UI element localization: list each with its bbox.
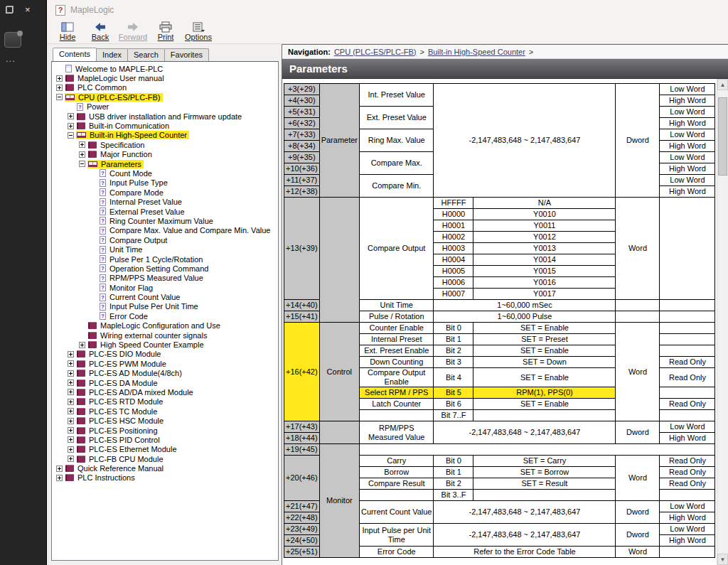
print-button[interactable]: Print [149, 21, 182, 41]
expand-plus-icon[interactable] [68, 123, 74, 129]
expand-plus-icon[interactable] [68, 360, 74, 367]
expand-plus-icon[interactable] [68, 380, 74, 386]
tree-item[interactable]: Power [52, 102, 278, 112]
tree-item[interactable]: PLC-ES DIO Module [52, 350, 278, 359]
tree-item[interactable]: Quick Reference Manual [52, 463, 278, 473]
taskbar-app-icon[interactable] [4, 32, 21, 48]
tree-item[interactable]: USB driver installation and Firmware upd… [52, 112, 278, 121]
tree-item[interactable]: PLC-ES RTD Module [52, 397, 278, 407]
tree-item[interactable]: Monitor Flag [52, 283, 278, 292]
breadcrumb-link-hsc[interactable]: Built-in High-Speed Counter [428, 48, 525, 56]
breadcrumb-link-cpu[interactable]: CPU (PLC-ES/PLC-FB) [334, 48, 417, 56]
expand-plus-icon[interactable] [56, 475, 63, 481]
tab-contents[interactable]: Contents [53, 48, 97, 61]
expand-plus-icon[interactable] [79, 342, 85, 348]
tree-item[interactable]: Current Count Value [52, 292, 278, 301]
tree-item[interactable]: Error Code [52, 311, 278, 321]
tree-item[interactable]: Built-in Communication [52, 121, 278, 130]
expand-plus-icon[interactable] [79, 141, 85, 148]
tree-item[interactable]: Input Pulse Per Unit Time [52, 302, 278, 311]
window-close-icon[interactable]: × [25, 6, 31, 14]
forward-button[interactable]: Forward [117, 21, 149, 41]
value-cell: SET = Down [473, 357, 616, 368]
tree-item[interactable]: MapleLogic User manual [52, 73, 278, 82]
tree-item[interactable]: PLC Instructions [52, 473, 278, 483]
tree-item[interactable]: High Speed Counter Example [52, 340, 278, 349]
hide-button[interactable]: Hide [51, 21, 84, 41]
tree-item[interactable]: PLC-ES AD/DA mixed Module [52, 387, 278, 397]
window-restore-icon[interactable] [6, 6, 14, 14]
tree-item[interactable]: PLC-FB CPU Module [52, 454, 278, 463]
collapse-minus-icon[interactable] [56, 94, 63, 100]
expand-plus-icon[interactable] [68, 370, 74, 377]
tree-item[interactable]: Compare Max. Value and Compare Min. Valu… [52, 226, 278, 235]
tab-search[interactable]: Search [127, 48, 165, 61]
expand-plus-icon[interactable] [79, 151, 85, 158]
help-page-icon [100, 312, 106, 320]
tree-item[interactable]: External Preset Value [52, 207, 278, 216]
tree-item-parameters[interactable]: Parameters [52, 159, 278, 168]
tree-item[interactable]: PLC-ES DA Module [52, 378, 278, 387]
tree-item[interactable]: Unit Time [52, 244, 278, 254]
tree-item[interactable]: Welcome to MAPLE-PLC [52, 64, 278, 73]
tree-item[interactable]: Internal Preset Value [52, 197, 278, 206]
expand-plus-icon[interactable] [68, 456, 74, 462]
scroll-down-icon[interactable]: ▼ [717, 554, 728, 565]
help-page-icon [100, 236, 106, 244]
tree-item[interactable]: Pulse Per 1 Cycle/Rotation [52, 254, 278, 264]
scroll-up-icon[interactable]: ▲ [717, 79, 728, 90]
expand-plus-icon[interactable] [56, 75, 63, 82]
tree-item[interactable]: PLC-ES Ethernet Module [52, 445, 278, 454]
expand-plus-icon[interactable] [68, 427, 74, 434]
expand-plus-icon[interactable] [68, 446, 74, 453]
options-button[interactable]: Options [182, 21, 215, 41]
word-part-cell: High Word [660, 433, 715, 444]
expand-plus-icon[interactable] [68, 418, 74, 424]
tree-item[interactable]: PLC-ES Positioning [52, 426, 278, 435]
collapse-minus-icon[interactable] [79, 161, 85, 167]
expand-plus-icon[interactable] [68, 399, 74, 405]
scrollbar-thumb[interactable] [718, 97, 727, 176]
reserved-cell [360, 444, 715, 456]
tree-item[interactable]: Wiring external counter signals [52, 330, 278, 340]
tree-item-cpu[interactable]: CPU (PLC-ES/PLC-FB) [52, 92, 278, 102]
value-cell: SET = Enable [473, 399, 616, 410]
tree-item[interactable]: Count Mode [52, 168, 278, 178]
tree-item-hsc[interactable]: Built-in High-Speed Counter [52, 131, 278, 140]
expand-plus-icon[interactable] [68, 351, 74, 357]
tree-item[interactable]: Compare Mode [52, 188, 278, 197]
tree-item[interactable]: RPM/PPS Measured Value [52, 274, 278, 283]
name-cell: Compare Result [360, 478, 434, 490]
tree-item[interactable]: Ring Counter Maximum Value [52, 216, 278, 225]
expand-plus-icon[interactable] [68, 113, 74, 119]
tree-item[interactable]: MapleLogic Configuration and Use [52, 321, 278, 330]
tree-item[interactable]: PLC Common [52, 83, 278, 92]
name-cell-highlighted: Select RPM / PPS [360, 387, 434, 399]
more-options-icon[interactable]: ... [6, 53, 46, 64]
open-book-icon [77, 132, 86, 138]
tree-item[interactable]: Specification [52, 140, 278, 149]
word-part-cell [660, 311, 715, 323]
tree-item[interactable]: PLC-ES TC Module [52, 407, 278, 416]
expand-plus-icon[interactable] [56, 466, 63, 472]
tree-item[interactable]: PLC-ES HSC Module [52, 416, 278, 425]
tree-item[interactable]: Input Pulse Type [52, 178, 278, 188]
tree-item[interactable]: Compare Output [52, 235, 278, 244]
group-cell: Monitor [319, 444, 359, 558]
expand-plus-icon[interactable] [68, 389, 74, 395]
tree-item[interactable]: PLC-ES AD Module(4/8ch) [52, 369, 278, 378]
expand-plus-icon[interactable] [68, 408, 74, 414]
back-button[interactable]: Back [84, 21, 117, 41]
tree-item[interactable]: PLC-ES PWM Module [52, 359, 278, 368]
collapse-minus-icon[interactable] [68, 132, 74, 139]
vertical-scrollbar[interactable]: ▲ ▼ [717, 79, 728, 565]
tree-item[interactable]: Major Function [52, 150, 278, 159]
tree-item[interactable]: PLC-ES PID Control [52, 435, 278, 444]
tree-item[interactable]: Operation Setting Command [52, 264, 278, 273]
tab-index[interactable]: Index [96, 48, 128, 61]
bit-cell: Bit 6 [434, 399, 473, 410]
expand-plus-icon[interactable] [68, 436, 74, 443]
expand-plus-icon[interactable] [56, 85, 63, 91]
value-cell: Y0017 [473, 289, 616, 300]
tab-favorites[interactable]: Favorites [164, 48, 209, 61]
